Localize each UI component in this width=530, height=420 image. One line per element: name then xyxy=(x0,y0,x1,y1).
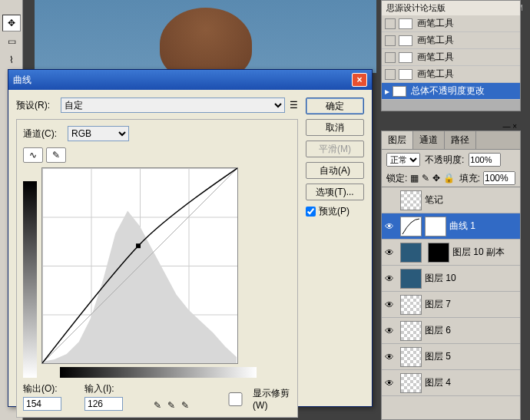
preset-select[interactable]: 自定 xyxy=(61,98,285,113)
layer-row[interactable]: 👁图层 7 xyxy=(382,292,520,318)
layer-row[interactable]: 👁图层 5 xyxy=(382,344,520,370)
visibility-icon[interactable]: 👁 xyxy=(382,326,397,336)
svg-rect-1 xyxy=(136,243,141,248)
curve-tool-spline[interactable]: ∿ xyxy=(23,147,43,163)
layer-name: 图层 7 xyxy=(425,298,451,311)
ok-button[interactable]: 确定 xyxy=(306,98,364,114)
smooth-button: 平滑(M) xyxy=(306,141,364,157)
lasso-tool[interactable]: ⌇ xyxy=(2,51,21,68)
visibility-icon[interactable]: 👁 xyxy=(382,378,397,389)
layer-name: 图层 5 xyxy=(425,350,451,363)
channel-label: 通道(C): xyxy=(23,127,63,141)
marquee-tool[interactable]: ▭ xyxy=(2,33,21,50)
layers-panel: — × 图层 通道 路径 正常 不透明度: 锁定: ▦ ✎ ✥ 🔒 填充: 笔记… xyxy=(381,131,521,420)
opacity-label: 不透明度: xyxy=(425,154,464,167)
history-label: 画笔工具 xyxy=(417,34,454,47)
history-label: 画笔工具 xyxy=(417,51,454,64)
output-gradient xyxy=(23,181,37,378)
layer-row[interactable]: 笔记 xyxy=(382,187,520,213)
channel-select[interactable]: RGB xyxy=(68,126,129,141)
layer-name: 图层 6 xyxy=(425,324,451,337)
history-label: 画笔工具 xyxy=(417,17,454,30)
history-label: 画笔工具 xyxy=(417,68,454,81)
input-input[interactable] xyxy=(84,397,123,411)
layer-row[interactable]: 👁图层 10 副本 xyxy=(382,240,520,266)
history-item[interactable]: 画笔工具 xyxy=(382,66,520,83)
history-item[interactable]: 画笔工具 xyxy=(382,49,520,66)
input-gradient xyxy=(60,367,257,378)
layer-row[interactable]: 👁图层 10 xyxy=(382,266,520,292)
layer-name: 图层 10 副本 xyxy=(452,246,505,259)
tab-channels[interactable]: 通道 xyxy=(413,131,445,149)
history-title: 思源设计论坛版 xyxy=(382,1,520,15)
history-footer xyxy=(382,100,520,111)
black-point-eyedropper[interactable]: ✎ xyxy=(154,400,161,411)
preset-label: 预设(R): xyxy=(16,99,56,112)
curves-dialog: 曲线 × 预设(R): 自定 ☰ 通道(C): RGB ∿ ✎ xyxy=(8,69,373,407)
tab-paths[interactable]: 路径 xyxy=(445,131,476,149)
curve-line xyxy=(42,168,237,363)
tab-layers[interactable]: 图层 xyxy=(382,131,413,149)
close-button[interactable]: × xyxy=(352,73,367,87)
history-panel: 思源设计论坛版 画笔工具 画笔工具 画笔工具 画笔工具 ▸总体不透明度更改 xyxy=(381,0,521,111)
history-item[interactable]: 画笔工具 xyxy=(382,32,520,49)
minimize-icon[interactable]: — × xyxy=(502,122,517,131)
document-canvas[interactable] xyxy=(35,0,376,73)
options-button[interactable]: 选项(T)... xyxy=(306,184,364,200)
history-label: 总体不透明度更改 xyxy=(411,84,485,98)
auto-button[interactable]: 自动(A) xyxy=(306,162,364,179)
gray-point-eyedropper[interactable]: ✎ xyxy=(167,400,175,411)
lock-pixels-icon[interactable]: ✎ xyxy=(422,173,429,184)
visibility-icon[interactable]: 👁 xyxy=(382,221,397,232)
opacity-input[interactable] xyxy=(469,153,501,167)
history-item[interactable]: 画笔工具 xyxy=(382,15,520,32)
lock-label: 锁定: xyxy=(386,172,407,185)
layer-row-selected[interactable]: 👁曲线 1 xyxy=(382,213,520,240)
curve-tool-pencil[interactable]: ✎ xyxy=(46,147,66,163)
fill-label: 填充: xyxy=(459,172,480,185)
fill-input[interactable] xyxy=(483,171,515,185)
input-label: 输入(I): xyxy=(84,382,123,395)
visibility-icon[interactable]: 👁 xyxy=(382,299,397,310)
svg-line-0 xyxy=(42,168,237,363)
show-clipping-checkbox[interactable] xyxy=(221,392,250,406)
curves-thumb-icon xyxy=(400,217,422,236)
layer-name: 笔记 xyxy=(425,193,443,207)
lock-position-icon[interactable]: ✥ xyxy=(432,173,440,184)
layer-name: 图层 4 xyxy=(425,376,451,389)
cancel-button[interactable]: 取消 xyxy=(306,119,364,136)
visibility-icon[interactable]: 👁 xyxy=(382,273,397,284)
preview-checkbox[interactable] xyxy=(306,207,316,217)
layer-name: 曲线 1 xyxy=(449,220,475,233)
layer-row[interactable]: 👁图层 4 xyxy=(382,370,520,396)
layer-row[interactable]: 👁图层 6 xyxy=(382,318,520,344)
history-item-selected[interactable]: ▸总体不透明度更改 xyxy=(382,83,520,100)
preset-menu-icon[interactable]: ☰ xyxy=(290,100,298,111)
white-point-eyedropper[interactable]: ✎ xyxy=(181,400,189,411)
preview-label: 预览(P) xyxy=(319,205,349,218)
lock-all-icon[interactable]: 🔒 xyxy=(443,173,455,184)
dialog-titlebar[interactable]: 曲线 × xyxy=(8,70,372,90)
output-input[interactable] xyxy=(23,397,61,411)
output-label: 输出(O): xyxy=(23,382,61,395)
panel-tabs: 图层 通道 路径 xyxy=(382,131,520,150)
dialog-title: 曲线 xyxy=(13,74,31,87)
show-clipping-label: 显示修剪(W) xyxy=(253,387,291,411)
visibility-icon[interactable]: 👁 xyxy=(382,352,397,362)
blend-mode-select[interactable]: 正常 xyxy=(386,153,420,167)
layer-mask[interactable] xyxy=(425,217,446,236)
visibility-icon[interactable]: 👁 xyxy=(382,247,397,258)
lock-transparency-icon[interactable]: ▦ xyxy=(410,173,419,184)
curves-graph[interactable] xyxy=(41,167,238,364)
layers-list: 笔记 👁曲线 1 👁图层 10 副本 👁图层 10 👁图层 7 👁图层 6 👁图… xyxy=(382,187,520,419)
layer-name: 图层 10 xyxy=(425,272,456,285)
move-tool[interactable]: ✥ xyxy=(2,15,21,31)
